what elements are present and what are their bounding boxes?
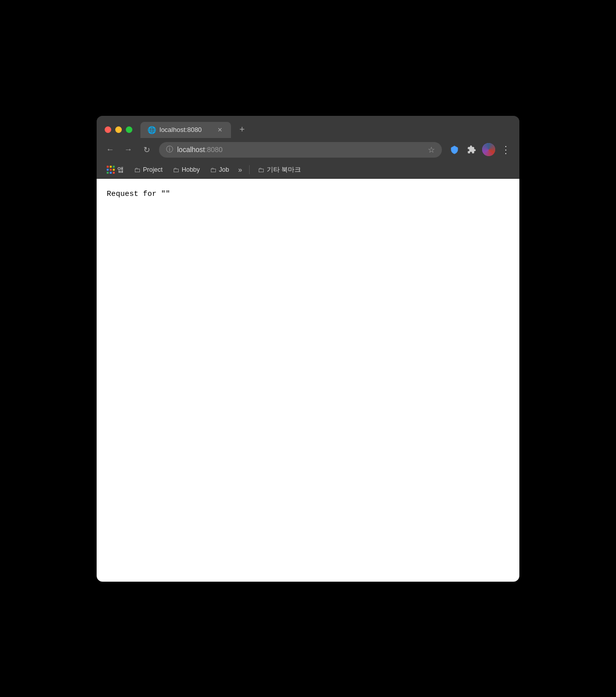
apps-label: 앱 (117, 166, 124, 174)
back-button[interactable]: ← (103, 142, 118, 157)
avatar-image (482, 143, 495, 156)
bookmark-apps[interactable]: 앱 (103, 164, 128, 176)
bookmark-hobby[interactable]: 🗀 Hobby (169, 165, 204, 175)
vpn-icon[interactable] (447, 142, 462, 157)
other-folder-icon: 🗀 (258, 166, 264, 174)
forward-button[interactable]: → (121, 142, 136, 157)
maximize-button[interactable] (126, 126, 132, 133)
info-icon: ⓘ (166, 145, 173, 154)
traffic-lights (105, 126, 132, 133)
tab-title: localhost:8080 (160, 126, 212, 133)
bookmark-separator (249, 165, 250, 174)
new-tab-button[interactable]: + (235, 123, 249, 137)
toolbar-icons: ⋮ (447, 142, 513, 157)
minimize-button[interactable] (115, 126, 122, 133)
url-port: :8080 (205, 146, 222, 154)
folder-icon: 🗀 (134, 166, 140, 174)
profile-avatar[interactable] (481, 142, 496, 157)
url-text: localhost:8080 (177, 146, 424, 154)
title-bar: 🌐 localhost:8080 ✕ + (97, 116, 519, 138)
folder-icon: 🗀 (173, 166, 179, 174)
bookmark-hobby-label: Hobby (182, 166, 200, 173)
bookmarks-more-button[interactable]: » (235, 164, 245, 175)
page-content: Request for "" (107, 189, 509, 200)
close-button[interactable] (105, 126, 111, 133)
tab-globe-icon: 🌐 (147, 126, 156, 134)
bookmark-other[interactable]: 🗀 기타 북마크 (254, 164, 305, 176)
bookmark-project-label: Project (143, 166, 163, 173)
bookmark-job[interactable]: 🗀 Job (206, 165, 233, 175)
bookmark-project[interactable]: 🗀 Project (130, 165, 167, 175)
url-host: localhost (177, 146, 205, 154)
content-area: Request for "" (97, 179, 519, 582)
tab-row: 🌐 localhost:8080 ✕ + (105, 122, 511, 138)
toolbar: ← → ↻ ⓘ localhost:8080 ☆ (97, 138, 519, 162)
address-bar[interactable]: ⓘ localhost:8080 ☆ (159, 142, 442, 158)
extensions-icon[interactable] (464, 142, 479, 157)
bookmarks-bar: 앱 🗀 Project 🗀 Hobby 🗀 Job » 🗀 기타 북마크 (97, 162, 519, 179)
bookmark-other-label: 기타 북마크 (267, 166, 301, 174)
folder-icon: 🗀 (210, 166, 216, 174)
active-tab[interactable]: 🌐 localhost:8080 ✕ (140, 122, 231, 138)
reload-button[interactable]: ↻ (139, 142, 154, 157)
apps-grid-icon (107, 166, 115, 174)
browser-window: 🌐 localhost:8080 ✕ + ← → ↻ ⓘ localhost:8… (97, 116, 519, 582)
menu-button[interactable]: ⋮ (498, 142, 513, 157)
bookmark-star-icon[interactable]: ☆ (428, 145, 435, 155)
tab-close-icon[interactable]: ✕ (216, 126, 224, 134)
bookmark-job-label: Job (219, 166, 229, 173)
